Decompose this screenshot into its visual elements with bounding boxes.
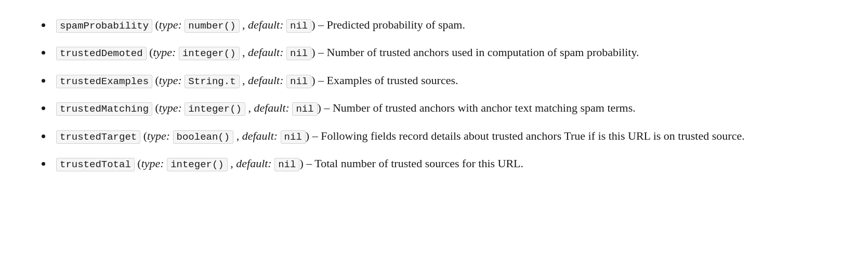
param-type: String.t: [185, 75, 239, 88]
param-description: – Following fields record details about …: [309, 129, 745, 142]
param-name: spamProbability: [56, 19, 152, 33]
param-description: – Number of trusted anchors with anchor …: [321, 101, 636, 114]
param-type: integer(): [167, 158, 228, 171]
param-type: number(): [185, 19, 239, 33]
param-default: nil: [286, 19, 311, 33]
default-label: default:: [254, 101, 289, 114]
param-default: nil: [292, 102, 317, 116]
type-label: type:: [159, 101, 182, 114]
param-default: nil: [286, 75, 311, 88]
list-item: trustedTarget (type: boolean() , default…: [52, 127, 837, 145]
type-label: type:: [147, 129, 170, 142]
default-label: default:: [236, 157, 271, 170]
list-item: trustedExamples (type: String.t , defaul…: [52, 71, 837, 89]
default-label: default:: [242, 129, 278, 142]
param-type: integer(): [185, 102, 245, 116]
default-label: default:: [248, 46, 283, 59]
param-name: trustedTarget: [56, 130, 140, 144]
param-description: – Number of trusted anchors used in comp…: [315, 46, 639, 59]
type-label: type:: [141, 157, 164, 170]
param-default: nil: [274, 158, 299, 171]
param-name: trustedExamples: [56, 75, 152, 88]
param-default: nil: [281, 130, 306, 144]
param-type: boolean(): [173, 130, 234, 144]
type-label: type:: [159, 18, 182, 31]
list-item: trustedMatching (type: integer() , defau…: [52, 99, 837, 117]
param-description: – Examples of trusted sources.: [315, 74, 458, 87]
type-label: type:: [153, 46, 176, 59]
param-name: trustedMatching: [56, 102, 152, 116]
param-name: trustedTotal: [56, 158, 135, 171]
default-label: default:: [248, 18, 283, 31]
param-type: integer(): [179, 47, 240, 60]
list-item: spamProbability (type: number() , defaul…: [52, 16, 837, 34]
param-default: nil: [286, 47, 311, 60]
list-item: trustedDemoted (type: integer() , defaul…: [52, 43, 837, 61]
default-label: default:: [248, 74, 283, 87]
param-description: – Predicted probability of spam.: [315, 18, 465, 31]
param-name: trustedDemoted: [56, 47, 147, 60]
type-label: type:: [159, 74, 182, 87]
list-item: trustedTotal (type: integer() , default:…: [52, 154, 837, 172]
param-list: spamProbability (type: number() , defaul…: [31, 16, 837, 172]
param-description: – Total number of trusted sources for th…: [304, 157, 523, 170]
